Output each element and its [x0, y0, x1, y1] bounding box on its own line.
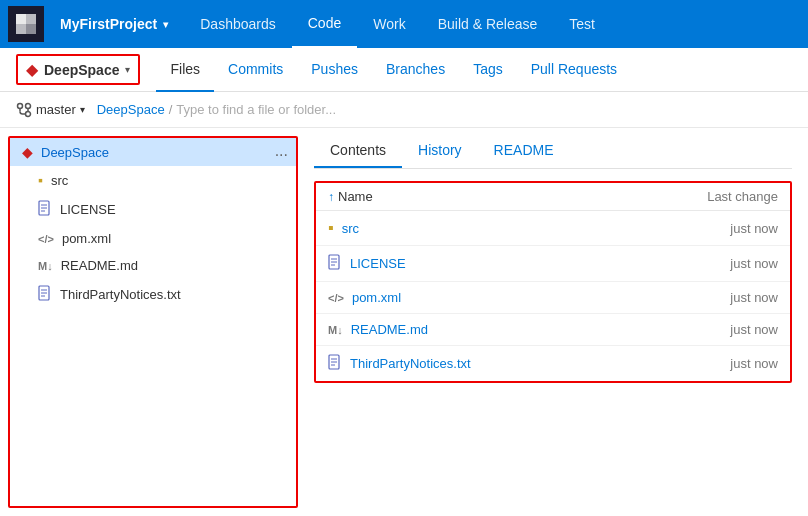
tab-commits[interactable]: Commits	[214, 48, 297, 92]
repo-selector[interactable]: ◆ DeepSpace ▾	[16, 54, 140, 85]
xml-icon: </>	[328, 292, 344, 304]
file-name-readmemd: M↓ README.md	[328, 322, 658, 337]
tab-files[interactable]: Files	[156, 48, 214, 92]
markdown-icon: M↓	[38, 260, 53, 272]
top-nav-links: Dashboards Code Work Build & Release Tes…	[184, 0, 611, 48]
xml-icon: </>	[38, 233, 54, 245]
branch-chevron-icon: ▾	[80, 104, 85, 115]
file-row-thirdparty[interactable]: ThirdPartyNotices.txt just now	[316, 346, 790, 381]
breadcrumb-search[interactable]: Type to find a file or folder...	[176, 102, 336, 117]
tab-history[interactable]: History	[402, 136, 478, 168]
sidebar-collapse-button[interactable]: ‹	[296, 308, 298, 336]
svg-rect-3	[26, 24, 36, 34]
markdown-icon: M↓	[328, 324, 343, 336]
tab-branches[interactable]: Branches	[372, 48, 459, 92]
column-last-change: Last change	[658, 189, 778, 204]
svg-point-6	[26, 103, 31, 108]
file-tree-sidebar: ◆ DeepSpace ▪ src LICENSE </> pom.xml M↓…	[8, 136, 298, 508]
breadcrumb-deepspace[interactable]: DeepSpace	[97, 102, 165, 117]
branch-selector[interactable]: master ▾	[16, 101, 85, 118]
breadcrumb: DeepSpace / Type to find a file or folde…	[97, 102, 336, 117]
branch-icon	[16, 101, 32, 118]
repo-name: DeepSpace	[44, 62, 119, 78]
main-content: ◆ DeepSpace ▪ src LICENSE </> pom.xml M↓…	[0, 128, 808, 516]
sidebar-label-src: src	[51, 173, 68, 188]
sidebar-item-readmemd[interactable]: M↓ README.md	[10, 252, 296, 279]
file-change-pomxml: just now	[658, 290, 778, 305]
file-row-readmemd[interactable]: M↓ README.md just now	[316, 314, 790, 346]
tab-contents[interactable]: Contents	[314, 136, 402, 168]
file-name-src: ▪ src	[328, 219, 658, 237]
svg-point-5	[26, 111, 31, 116]
svg-point-4	[18, 103, 23, 108]
nav-code[interactable]: Code	[292, 0, 357, 48]
column-name: ↑ Name	[328, 189, 658, 204]
sidebar-item-deepspace[interactable]: ◆ DeepSpace	[10, 138, 296, 166]
panel-tabs: Contents History README	[314, 136, 792, 169]
file-table-header: ↑ Name Last change	[316, 183, 790, 211]
tab-tags[interactable]: Tags	[459, 48, 517, 92]
file-name-pomxml: </> pom.xml	[328, 290, 658, 305]
top-navigation: MyFirstProject ▾ Dashboards Code Work Bu…	[0, 0, 808, 48]
second-nav-links: Files Commits Pushes Branches Tags Pull …	[156, 48, 631, 92]
column-name-label: Name	[338, 189, 373, 204]
project-name: MyFirstProject	[60, 16, 157, 32]
file-icon	[328, 254, 342, 273]
branch-name: master	[36, 102, 76, 117]
tab-readme[interactable]: README	[478, 136, 570, 168]
file-icon	[328, 354, 342, 373]
folder-icon: ▪	[328, 219, 334, 237]
file-row-license[interactable]: LICENSE just now	[316, 246, 790, 282]
file-change-src: just now	[658, 221, 778, 236]
svg-rect-2	[16, 24, 26, 34]
sidebar-item-pomxml[interactable]: </> pom.xml	[10, 225, 296, 252]
file-name-license: LICENSE	[328, 254, 658, 273]
tab-pullrequests[interactable]: Pull Requests	[517, 48, 631, 92]
second-navigation: ◆ DeepSpace ▾ Files Commits Pushes Branc…	[0, 48, 808, 92]
file-change-license: just now	[658, 256, 778, 271]
nav-dashboards[interactable]: Dashboards	[184, 0, 292, 48]
file-table: ↑ Name Last change ▪ src just now LIC	[314, 181, 792, 383]
file-icon	[38, 285, 52, 304]
repo-chevron-icon: ▾	[125, 64, 130, 75]
breadcrumb-separator: /	[169, 102, 173, 117]
project-selector[interactable]: MyFirstProject ▾	[52, 0, 176, 48]
folder-icon: ▪	[38, 172, 43, 188]
branch-bar: master ▾ DeepSpace / Type to find a file…	[0, 92, 808, 128]
file-row-src[interactable]: ▪ src just now	[316, 211, 790, 246]
right-panel: Contents History README ↑ Name Last chan…	[298, 128, 808, 516]
svg-rect-1	[26, 14, 36, 24]
project-chevron-icon: ▾	[163, 19, 168, 30]
repo-icon: ◆	[26, 60, 38, 79]
sidebar-item-thirdparty[interactable]: ThirdPartyNotices.txt	[10, 279, 296, 310]
sort-arrow-icon: ↑	[328, 190, 334, 204]
file-row-pomxml[interactable]: </> pom.xml just now	[316, 282, 790, 314]
sidebar-item-license[interactable]: LICENSE	[10, 194, 296, 225]
nav-buildrelease[interactable]: Build & Release	[422, 0, 554, 48]
tab-pushes[interactable]: Pushes	[297, 48, 372, 92]
file-change-readmemd: just now	[658, 322, 778, 337]
svg-rect-0	[16, 14, 26, 24]
sidebar-label-license: LICENSE	[60, 202, 116, 217]
sidebar-label-readmemd: README.md	[61, 258, 138, 273]
sidebar-item-src[interactable]: ▪ src	[10, 166, 296, 194]
sidebar-label-pomxml: pom.xml	[62, 231, 111, 246]
sidebar-more-options[interactable]: ···	[275, 146, 288, 164]
nav-work[interactable]: Work	[357, 0, 421, 48]
file-icon	[38, 200, 52, 219]
app-logo	[8, 6, 44, 42]
file-change-thirdparty: just now	[658, 356, 778, 371]
nav-test[interactable]: Test	[553, 0, 611, 48]
file-name-thirdparty: ThirdPartyNotices.txt	[328, 354, 658, 373]
sidebar-label-deepspace: DeepSpace	[41, 145, 109, 160]
sidebar-label-thirdparty: ThirdPartyNotices.txt	[60, 287, 181, 302]
repo-icon: ◆	[22, 144, 33, 160]
